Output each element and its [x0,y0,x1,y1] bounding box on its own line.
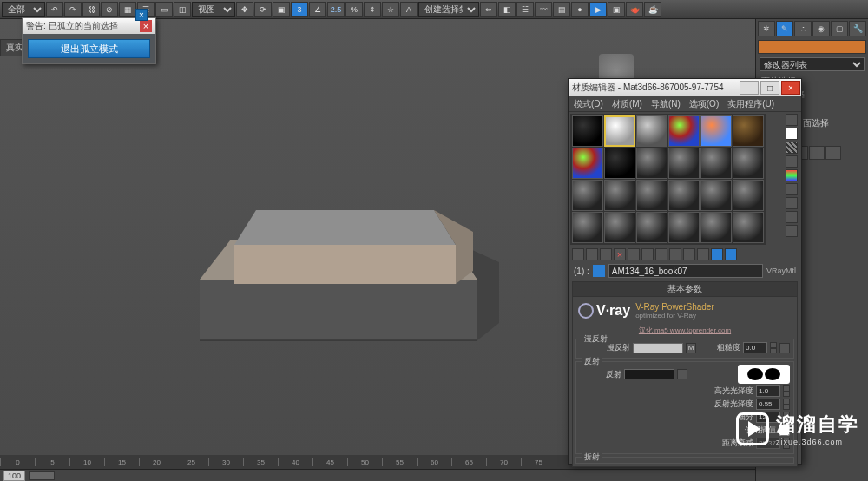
roughness-map-button[interactable] [779,343,790,353]
material-slot[interactable] [572,115,603,147]
material-name-input[interactable] [608,264,763,278]
make-unique-button[interactable] [641,248,654,260]
backlight-icon[interactable] [786,128,798,140]
pick-material-button[interactable] [593,265,605,277]
utilities-tab[interactable]: 🔧 [849,21,866,36]
make-preview-icon[interactable] [786,183,798,195]
material-slot[interactable] [636,212,667,243]
render-frame-button[interactable]: ▣ [608,2,625,17]
show-map-button[interactable] [683,248,695,260]
material-slot[interactable] [572,148,603,179]
put-scene-button[interactable] [586,248,598,260]
sample-uv-icon[interactable] [786,155,798,168]
modify-tab[interactable]: ✎ [776,21,793,36]
material-slot[interactable] [668,180,700,211]
material-slot[interactable] [700,115,732,147]
material-slot[interactable] [636,148,667,179]
abc-button[interactable]: A [400,2,418,17]
schematic-button[interactable]: ▤ [553,2,570,17]
material-slot[interactable] [604,180,635,211]
material-slot[interactable] [636,115,667,147]
material-slot[interactable] [668,115,700,147]
ref-select[interactable]: 视图 [192,2,235,17]
close-button[interactable]: × [781,81,800,95]
show-end-button[interactable] [697,248,709,260]
percent-snap-button[interactable]: % [345,2,363,17]
filter-select[interactable]: 全部 [2,2,45,17]
material-slot[interactable] [668,148,700,179]
close-selection-button[interactable]: × [135,9,148,21]
reflect-map-button[interactable] [677,369,687,379]
material-slot[interactable] [700,180,732,211]
unlink-button[interactable]: ⊘ [101,2,118,17]
spinner-snap-button[interactable]: ⇕ [364,2,381,17]
align-button[interactable]: ◧ [498,2,516,17]
material-slot[interactable] [733,180,764,211]
menu-mode[interactable]: 模式(D) [574,98,603,110]
go-parent-button[interactable] [711,248,723,260]
menu-utilities[interactable]: 实用程序(U) [727,98,774,110]
assign-button[interactable] [600,248,612,260]
material-slot[interactable] [733,212,764,243]
maximize-button[interactable]: □ [760,81,779,95]
material-slot[interactable] [700,148,732,179]
create-tab[interactable]: ✲ [758,21,775,36]
hierarchy-tab[interactable]: ⛬ [794,21,812,36]
render-button[interactable]: 🫖 [626,2,643,17]
modifier-list-select[interactable]: 修改器列表 [760,57,865,71]
hilight-spinner[interactable]: 1.0 [756,385,780,397]
reset-button[interactable]: × [614,248,626,260]
refl-gloss-spinner[interactable]: 0.55 [756,399,780,410]
select-button[interactable]: ▦ [119,2,136,17]
rotate-button[interactable]: ⟳ [254,2,272,17]
config-button[interactable] [825,146,841,160]
select-rect-button[interactable]: ▭ [155,2,173,17]
edit-selection-button[interactable]: ☆ [382,2,399,17]
object-color-swatch[interactable] [758,40,866,54]
window-crossing-button[interactable]: ◫ [174,2,191,17]
material-type-button[interactable]: VRayMtl [766,267,796,275]
diffuse-map-button[interactable]: M [686,343,696,353]
spin-down-icon[interactable] [783,392,790,398]
named-sel-select[interactable]: 创建选择集 [418,2,479,17]
undo-button[interactable]: ↶ [46,2,63,17]
mirror-button[interactable]: ⇔ [480,2,497,17]
spin-down-icon[interactable] [770,348,777,354]
copy-button[interactable] [628,248,640,260]
exit-isolate-button[interactable]: 退出孤立模式 [28,39,150,58]
material-slot[interactable] [572,212,603,243]
reflect-color-swatch[interactable] [624,369,674,379]
options-icon[interactable] [786,197,798,209]
basic-params-rollout[interactable]: 基本参数 [573,282,797,297]
roughness-spinner[interactable]: 0.0 [743,342,767,353]
move-button[interactable]: ✥ [236,2,253,17]
select-by-material-icon[interactable] [786,211,798,223]
sample-type-icon[interactable] [786,114,798,126]
scrollbar-thumb[interactable] [29,471,55,480]
layer-button[interactable]: ☱ [516,2,534,17]
material-slot[interactable] [668,212,700,243]
material-slot[interactable] [733,115,764,147]
material-editor-titlebar[interactable]: 材质编辑器 - Mat3d66-867005-97-7754 — □ × [569,79,801,96]
close-icon[interactable]: × [140,20,152,32]
material-slot[interactable] [700,212,732,243]
teapot-icon[interactable]: ☕ [644,2,661,17]
minimize-button[interactable]: — [740,81,759,95]
put-library-button[interactable] [655,248,667,260]
background-icon[interactable] [786,142,798,154]
material-slot[interactable] [572,180,603,211]
menu-navigation[interactable]: 导航(N) [651,98,681,110]
diffuse-color-swatch[interactable] [633,343,683,353]
time-slider-bar[interactable]: 100 [0,469,755,481]
link-button[interactable]: ⛓ [82,2,100,17]
redo-button[interactable]: ↷ [64,2,82,17]
angle-snap-button[interactable]: ∠ [309,2,326,17]
material-slot[interactable] [733,148,764,179]
display-tab[interactable]: ▢ [831,21,848,36]
material-id-button[interactable] [669,248,681,260]
material-slot-active[interactable] [604,115,635,147]
material-slot[interactable] [636,180,667,211]
material-slot[interactable] [604,212,635,243]
material-slot[interactable] [604,148,635,179]
scale-button[interactable]: ▣ [273,2,290,17]
